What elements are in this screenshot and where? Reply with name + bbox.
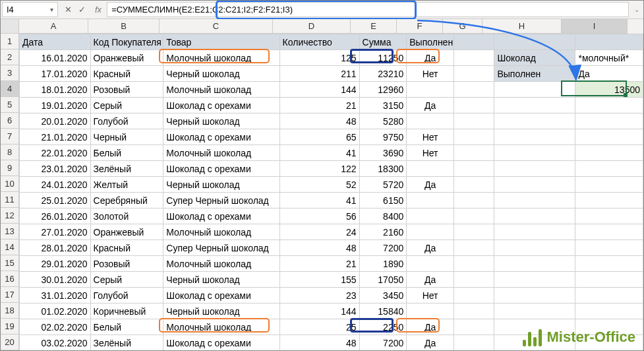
cell-B11[interactable]: Серебряный (90, 193, 163, 208)
cell-D17[interactable]: 23 (279, 288, 359, 303)
cell-H7[interactable] (494, 129, 575, 145)
cell-A12[interactable]: 26.01.2020 (20, 208, 91, 224)
cell-C10[interactable]: Черный шоколад (163, 177, 279, 193)
cell-I6[interactable] (575, 113, 643, 129)
cell-B15[interactable]: Розовый (90, 256, 163, 272)
row-head-14[interactable]: 14 (1, 239, 19, 255)
row-head-8[interactable]: 8 (1, 144, 19, 160)
cell-F2[interactable]: Да (407, 50, 454, 66)
cell-F14[interactable]: Да (407, 240, 454, 256)
col-head-A[interactable]: A (19, 19, 88, 34)
col-head-C[interactable]: C (160, 19, 273, 34)
cancel-icon[interactable]: ✕ (65, 5, 72, 15)
header-C[interactable]: Товар (163, 34, 279, 50)
cell-D8[interactable]: 41 (279, 145, 359, 161)
cell-E7[interactable]: 9750 (359, 129, 407, 145)
header-E[interactable]: Сумма (359, 34, 407, 50)
cell-A4[interactable]: 18.01.2020 (20, 82, 91, 98)
cell-A20[interactable]: 03.02.2020 (20, 335, 91, 351)
cell-A18[interactable]: 01.02.2020 (20, 303, 91, 319)
cell-B19[interactable]: Белый (90, 319, 163, 335)
cell-I9[interactable] (575, 161, 643, 177)
cell-G1[interactable] (454, 34, 494, 50)
cell-B3[interactable]: Красный (90, 66, 163, 82)
cell-A15[interactable]: 29.01.2020 (20, 256, 91, 272)
cell-I5[interactable] (575, 98, 643, 113)
cell-D20[interactable]: 48 (279, 335, 359, 351)
cell-E6[interactable]: 5280 (359, 113, 407, 129)
cell-I7[interactable] (575, 129, 643, 145)
col-head-H[interactable]: H (483, 19, 562, 34)
cell-A3[interactable]: 17.01.2020 (20, 66, 91, 82)
cell-G8[interactable] (454, 145, 494, 161)
cell-H16[interactable] (494, 272, 575, 288)
col-head-F[interactable]: F (397, 19, 443, 34)
cell-B8[interactable]: Белый (90, 145, 163, 161)
row-head-7[interactable]: 7 (1, 129, 19, 144)
chevron-down-icon[interactable]: ▾ (50, 6, 53, 13)
cell-G13[interactable] (454, 224, 494, 240)
cell-A5[interactable]: 19.01.2020 (20, 98, 91, 113)
cell-B2[interactable]: Оранжевый (90, 50, 163, 66)
cell-F7[interactable]: Нет (407, 129, 454, 145)
cell-I11[interactable] (575, 193, 643, 208)
cell-E20[interactable]: 7200 (359, 335, 407, 351)
col-head-B[interactable]: B (88, 19, 160, 34)
cell-F15[interactable] (407, 256, 454, 272)
cell-G16[interactable] (454, 272, 494, 288)
cell-D19[interactable]: 25 (279, 319, 359, 335)
cell-G2[interactable] (454, 50, 494, 66)
cell-G19[interactable] (454, 319, 494, 335)
cell-B16[interactable]: Серый (90, 272, 163, 288)
cell-E4[interactable]: 12960 (359, 82, 407, 98)
cell-C15[interactable]: Молочный шоколад (163, 256, 279, 272)
cell-H11[interactable] (494, 193, 575, 208)
cell-C12[interactable]: Шоколад с орехами (163, 208, 279, 224)
fx-icon[interactable]: fx (91, 1, 105, 18)
cell-D13[interactable]: 24 (279, 224, 359, 240)
cell-I13[interactable] (575, 224, 643, 240)
cell-C7[interactable]: Шоколад с орехами (163, 129, 279, 145)
cell-H9[interactable] (494, 161, 575, 177)
cell-G7[interactable] (454, 129, 494, 145)
cell-D18[interactable]: 144 (279, 303, 359, 319)
cell-F5[interactable]: Да (407, 98, 454, 113)
cell-A14[interactable]: 28.01.2020 (20, 240, 91, 256)
cell-I16[interactable] (575, 272, 643, 288)
cell-A11[interactable]: 25.01.2020 (20, 193, 91, 208)
cell-G14[interactable] (454, 240, 494, 256)
row-head-20[interactable]: 20 (1, 335, 19, 350)
cell-H15[interactable] (494, 256, 575, 272)
row-head-2[interactable]: 2 (1, 49, 19, 65)
cell-D6[interactable]: 48 (279, 113, 359, 129)
cell-G11[interactable] (454, 193, 494, 208)
cell-G20[interactable] (454, 335, 494, 351)
cell-D2[interactable]: 125 (279, 50, 359, 66)
accept-icon[interactable]: ✓ (78, 5, 86, 15)
cell-F3[interactable]: Нет (407, 66, 454, 82)
cell-F18[interactable] (407, 303, 454, 319)
cell-H8[interactable] (494, 145, 575, 161)
expand-formula-bar-icon[interactable]: ⌄ (630, 1, 643, 18)
cell-D4[interactable]: 144 (279, 82, 359, 98)
cell-H1[interactable] (494, 34, 575, 50)
cell-A19[interactable]: 02.02.2020 (20, 319, 91, 335)
cell-H14[interactable] (494, 240, 575, 256)
cell-G5[interactable] (454, 98, 494, 113)
row-head-15[interactable]: 15 (1, 255, 19, 271)
cell-D12[interactable]: 56 (279, 208, 359, 224)
cell-B5[interactable]: Серый (90, 98, 163, 113)
cell-I4[interactable]: 13500 (575, 82, 643, 98)
header-D[interactable]: Количество (279, 34, 359, 50)
cell-E11[interactable]: 6150 (359, 193, 407, 208)
cell-B17[interactable]: Голубой (90, 288, 163, 303)
cell-D9[interactable]: 122 (279, 161, 359, 177)
cell-B20[interactable]: Зелёный (90, 335, 163, 351)
header-F[interactable]: Выполнен (407, 34, 454, 50)
row-head-11[interactable]: 11 (1, 192, 19, 208)
cell-I14[interactable] (575, 240, 643, 256)
cell-G17[interactable] (454, 288, 494, 303)
cell-I8[interactable] (575, 145, 643, 161)
cell-I2[interactable]: *молочный* (575, 50, 643, 66)
cell-D11[interactable]: 41 (279, 193, 359, 208)
